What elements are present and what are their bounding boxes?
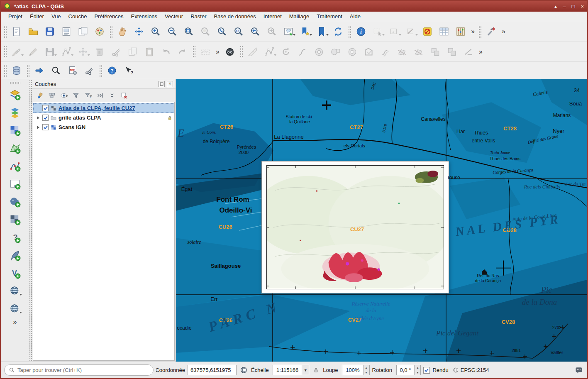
cut-features[interactable] <box>108 44 124 60</box>
open-project[interactable] <box>25 24 41 39</box>
toolbar-grip[interactable] <box>110 25 112 38</box>
add-postgis-layer[interactable] <box>7 193 23 210</box>
pan-map[interactable] <box>114 24 131 39</box>
filter-legend[interactable] <box>70 90 81 101</box>
merge-features[interactable] <box>427 44 444 60</box>
magnifier-spin-buttons[interactable]: ▲▼ <box>363 365 369 375</box>
add-mesh-layer[interactable] <box>7 140 23 156</box>
current-edits[interactable] <box>8 44 25 60</box>
processing-toolbox[interactable] <box>483 24 500 39</box>
layer-checkbox[interactable] <box>42 115 49 121</box>
add-raster-layer[interactable] <box>7 122 23 139</box>
merge-attributes[interactable] <box>444 44 460 60</box>
menu-internet[interactable]: Internet <box>260 12 285 21</box>
copy-features[interactable] <box>124 44 141 60</box>
label-toolbar[interactable]: abc <box>197 44 214 60</box>
layer-checkbox[interactable] <box>42 124 49 130</box>
zoom-to-layer[interactable] <box>214 24 230 39</box>
metasearch[interactable] <box>31 63 48 78</box>
collapse-all[interactable] <box>106 90 117 101</box>
add-wfs-layer[interactable] <box>7 301 23 317</box>
menu-vecteur[interactable]: Vecteur <box>161 12 186 21</box>
move-feature[interactable] <box>75 44 91 60</box>
maximize-button[interactable]: □ <box>572 4 575 9</box>
zoom-to-selection[interactable] <box>197 24 214 39</box>
select-features[interactable] <box>369 24 386 39</box>
layer-item[interactable]: Scans IGN <box>33 122 174 132</box>
deselect-features[interactable] <box>403 24 419 39</box>
new-project[interactable] <box>8 24 25 39</box>
zoom-full-extent[interactable] <box>181 24 197 39</box>
data-source-manager[interactable] <box>7 86 23 103</box>
search-layers[interactable] <box>48 63 64 78</box>
reshape-features[interactable] <box>361 44 377 60</box>
add-virtual-layer[interactable]: V <box>7 265 23 281</box>
spin-up-icon[interactable]: ▲ <box>364 365 369 370</box>
add-ring[interactable] <box>311 44 327 60</box>
split-features[interactable] <box>394 44 410 60</box>
redo[interactable] <box>174 44 191 60</box>
field-calculator[interactable] <box>452 24 469 39</box>
toolbar-grip[interactable] <box>99 64 102 77</box>
add-vector-layer[interactable] <box>7 104 23 121</box>
manage-layers-overflow[interactable]: » <box>11 318 19 326</box>
coordinate-value[interactable] <box>188 365 237 375</box>
paste-features[interactable] <box>141 44 158 60</box>
layer-checkbox[interactable] <box>42 105 49 111</box>
expander-icon[interactable] <box>36 115 41 120</box>
osm-place-search[interactable] <box>222 44 238 60</box>
save-project[interactable] <box>41 24 58 39</box>
new-spatial-bookmark[interactable] <box>297 24 313 39</box>
trim-extend[interactable] <box>460 44 477 60</box>
scale-combo[interactable]: 1:115166 ▼ <box>273 365 309 375</box>
digitize-segment[interactable] <box>58 44 75 60</box>
add-group[interactable] <box>46 90 57 101</box>
toolbar-grip[interactable] <box>4 25 7 38</box>
toolbar-grip[interactable] <box>240 46 243 58</box>
toolbar-grip[interactable] <box>193 46 195 58</box>
open-attribute-table[interactable] <box>436 24 452 39</box>
crs-button[interactable]: EPSG:2154 <box>451 367 491 373</box>
spin-up-icon[interactable]: ▲ <box>415 365 420 370</box>
zoom-next[interactable] <box>264 24 280 39</box>
save-layer-edits[interactable] <box>41 44 58 60</box>
split-parts[interactable] <box>410 44 427 60</box>
add-wms-layer[interactable] <box>7 283 23 299</box>
menu-vue[interactable]: Vue <box>48 12 64 21</box>
add-part[interactable] <box>327 44 344 60</box>
menu-extensions[interactable]: Extensions <box>128 12 161 21</box>
menu-couche[interactable]: Couche <box>65 12 90 21</box>
toolbar-grip[interactable] <box>4 64 7 77</box>
fill-ring[interactable] <box>344 44 361 60</box>
close-button[interactable]: × <box>581 4 584 9</box>
refresh-map[interactable] <box>330 24 346 39</box>
vertex-tool[interactable] <box>261 44 278 60</box>
undo[interactable] <box>158 44 174 60</box>
pan-to-selection[interactable] <box>131 24 147 39</box>
open-layer-styling[interactable] <box>34 90 45 101</box>
toolbar-grip[interactable] <box>27 64 29 77</box>
minimize-button[interactable]: – <box>563 4 566 9</box>
map-canvas[interactable]: CU27 CT26CT27CT28CU26CU28CV26CV27CV28Sta… <box>176 79 587 362</box>
expander-icon[interactable] <box>36 125 41 130</box>
identify-features[interactable]: i <box>353 24 369 39</box>
menu-traitement[interactable]: Traitement <box>313 12 346 21</box>
spin-down-icon[interactable]: ▼ <box>415 370 420 375</box>
toolbar-grip[interactable] <box>4 46 7 58</box>
menu-aide[interactable]: Aide <box>346 12 364 21</box>
extent-globe-icon[interactable] <box>239 366 249 374</box>
menu-base-de-donn-es[interactable]: Base de données <box>210 12 259 21</box>
float-panel-button[interactable] <box>159 81 165 87</box>
spin-down-icon[interactable]: ▼ <box>364 370 369 375</box>
advanced-digitizing[interactable] <box>244 44 261 60</box>
attributes-toolbar-overflow[interactable]: » <box>500 28 507 35</box>
add-mssql-layer[interactable]: ? <box>7 229 23 246</box>
layer-item[interactable]: Atlas de la CLPA, feuille CU27 <box>33 103 174 113</box>
whats-this[interactable]: ? <box>120 63 137 78</box>
zoom-out[interactable] <box>164 24 181 39</box>
magnifier-spinbox[interactable]: 100% ▲▼ <box>342 365 369 375</box>
zoom-in[interactable] <box>147 24 164 39</box>
help-contents[interactable]: ? <box>104 63 120 78</box>
clipper[interactable] <box>81 63 98 78</box>
db-manager[interactable] <box>8 63 25 78</box>
